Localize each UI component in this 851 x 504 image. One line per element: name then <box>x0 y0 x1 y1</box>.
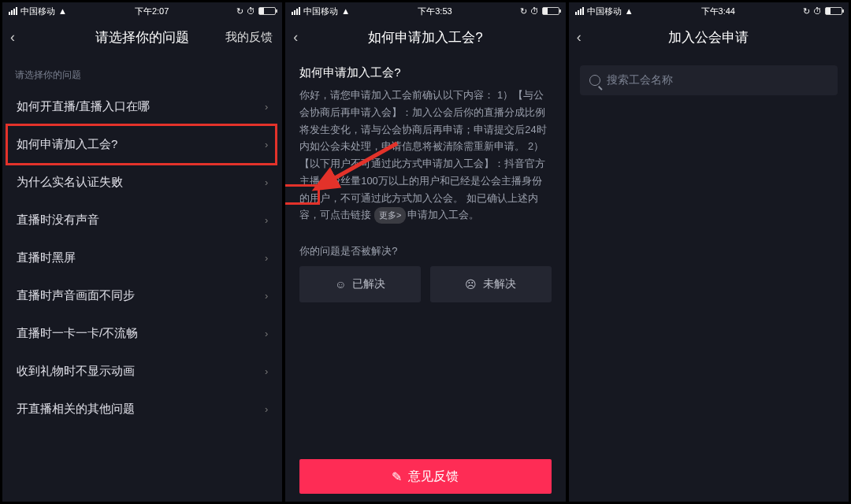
screen-article: 中国移动 ▲ 下午3:53 ↻ ⏱ ‹ 如何申请加入工会? 如何申请加入工会? … <box>284 2 566 502</box>
carrier-label: 中国移动 <box>20 6 55 17</box>
nav-bar: ‹ 请选择你的问题 我的反馈 <box>2 20 282 54</box>
chevron-right-icon: › <box>265 290 268 302</box>
feedback-label: 意见反馈 <box>408 469 459 485</box>
battery-icon <box>258 7 276 15</box>
page-title: 加入公会申请 <box>668 28 749 46</box>
list-item[interactable]: 收到礼物时不显示动画› <box>2 353 282 391</box>
chevron-right-icon: › <box>265 176 268 188</box>
list-item-label: 直播时声音画面不同步 <box>17 288 135 303</box>
chevron-right-icon: › <box>265 365 268 377</box>
page-title: 如何申请加入工会? <box>368 28 482 46</box>
battery-icon <box>542 7 559 15</box>
article-title: 如何申请加入工会? <box>285 54 565 83</box>
page-title: 请选择你的问题 <box>95 28 189 46</box>
carrier-label: 中国移动 <box>587 6 622 17</box>
list-item-label: 为什么实名认证失败 <box>17 175 123 190</box>
list-item[interactable]: 开直播相关的其他问题› <box>2 391 282 428</box>
list-item[interactable]: 为什么实名认证失败› <box>2 164 282 202</box>
orientation-lock-icon: ↻ <box>803 6 810 17</box>
orientation-lock-icon: ↻ <box>236 6 243 17</box>
unresolved-button[interactable]: ☹ 未解决 <box>430 266 552 302</box>
article-text-post: 申请加入工会。 <box>407 209 479 220</box>
feedback-button[interactable]: ✎ 意见反馈 <box>299 459 551 494</box>
clock: 下午3:44 <box>701 6 735 17</box>
frown-icon: ☹ <box>465 278 477 291</box>
screen-search: 中国移动 ▲ 下午3:44 ↻ ⏱ ‹ 加入公会申请 搜索工会名称 <box>568 2 849 502</box>
list-item[interactable]: 直播时黑屏› <box>2 239 282 277</box>
clock: 下午2:07 <box>135 6 169 17</box>
battery-icon <box>825 7 842 15</box>
list-item-label: 收到礼物时不显示动画 <box>17 364 135 379</box>
status-bar: 中国移动 ▲ 下午3:53 ↻ ⏱ <box>285 2 565 20</box>
chevron-right-icon: › <box>265 252 268 264</box>
status-bar: 中国移动 ▲ 下午3:44 ↻ ⏱ <box>569 2 849 20</box>
list-item-label: 直播时没有声音 <box>17 213 99 228</box>
orientation-lock-icon: ↻ <box>520 6 527 17</box>
alarm-icon: ⏱ <box>813 6 822 16</box>
signal-icon <box>575 7 584 15</box>
status-bar: 中国移动 ▲ 下午2:07 ↻ ⏱ <box>2 2 282 20</box>
search-placeholder: 搜索工会名称 <box>607 73 673 87</box>
article-text-pre: 你好，请您申请加入工会前确认以下内容： 1）【与公会协商后再申请入会】：加入公会… <box>299 89 546 220</box>
list-item[interactable]: 如何开直播/直播入口在哪› <box>2 88 282 126</box>
resolved-label: 已解决 <box>352 277 385 291</box>
chevron-right-icon: › <box>265 139 268 150</box>
chevron-right-icon: › <box>265 403 268 415</box>
list-item[interactable]: 直播时没有声音› <box>2 202 282 239</box>
clock: 下午3:53 <box>418 6 452 17</box>
back-button[interactable]: ‹ <box>10 29 15 46</box>
chevron-right-icon: › <box>265 328 268 339</box>
nav-bar: ‹ 如何申请加入工会? <box>285 20 565 54</box>
article-body: 你好，请您申请加入工会前确认以下内容： 1）【与公会协商后再申请入会】：加入公会… <box>285 83 565 232</box>
section-caption: 请选择你的问题 <box>2 54 282 88</box>
list-item-label: 如何开直播/直播入口在哪 <box>17 99 150 114</box>
unresolved-label: 未解决 <box>483 277 516 291</box>
wifi-icon: ▲ <box>625 6 634 16</box>
resolved-button[interactable]: ☺ 已解决 <box>299 266 421 302</box>
problem-list: 如何开直播/直播入口在哪›如何申请加入工会?›为什么实名认证失败›直播时没有声音… <box>2 88 282 428</box>
more-link[interactable]: 更多> <box>374 207 406 224</box>
list-item-label: 直播时一卡一卡/不流畅 <box>17 326 138 341</box>
list-item-label: 直播时黑屏 <box>17 250 76 265</box>
search-input[interactable]: 搜索工会名称 <box>580 65 838 95</box>
alarm-icon: ⏱ <box>247 6 255 16</box>
wifi-icon: ▲ <box>58 6 67 16</box>
signal-icon <box>9 7 17 15</box>
search-icon <box>589 75 600 86</box>
screen-problem-list: 中国移动 ▲ 下午2:07 ↻ ⏱ ‹ 请选择你的问题 我的反馈 请选择你的问题… <box>2 2 283 502</box>
resolve-buttons: ☺ 已解决 ☹ 未解决 <box>285 266 565 302</box>
signal-icon <box>292 7 300 15</box>
list-item[interactable]: 如何申请加入工会?› <box>2 126 282 164</box>
carrier-label: 中国移动 <box>303 6 338 17</box>
my-feedback-button[interactable]: 我的反馈 <box>225 30 273 45</box>
resolve-question: 你的问题是否被解决? <box>285 232 565 266</box>
list-item[interactable]: 直播时一卡一卡/不流畅› <box>2 315 282 353</box>
edit-icon: ✎ <box>392 469 402 484</box>
chevron-right-icon: › <box>265 101 268 113</box>
list-item-label: 如何申请加入工会? <box>17 137 117 152</box>
chevron-right-icon: › <box>265 214 268 226</box>
nav-bar: ‹ 加入公会申请 <box>569 20 849 54</box>
wifi-icon: ▲ <box>341 6 350 16</box>
list-item-label: 开直播相关的其他问题 <box>17 402 135 417</box>
back-button[interactable]: ‹ <box>293 29 298 46</box>
list-item[interactable]: 直播时声音画面不同步› <box>2 277 282 315</box>
alarm-icon: ⏱ <box>530 6 539 16</box>
back-button[interactable]: ‹ <box>577 29 582 46</box>
smile-icon: ☺ <box>335 278 346 291</box>
